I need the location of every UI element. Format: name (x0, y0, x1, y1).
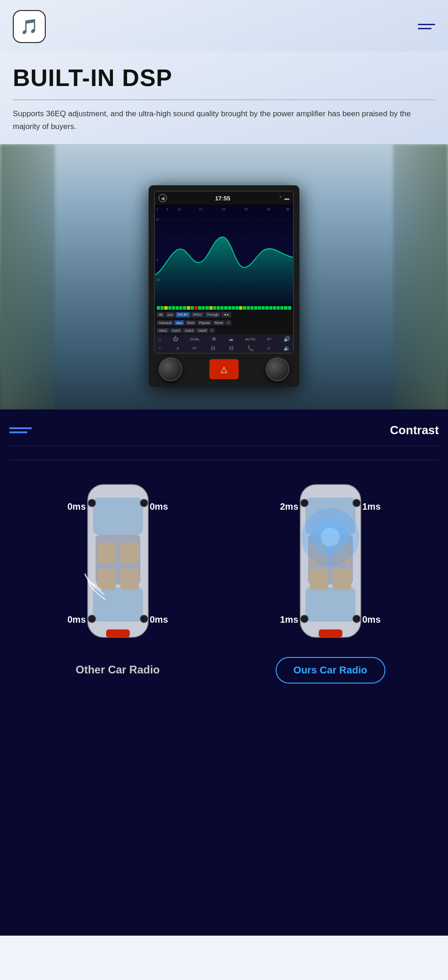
arrow-nav-icon[interactable]: ↩ (267, 336, 272, 342)
svg-rect-25 (120, 543, 139, 564)
auto-label: AUTO (245, 337, 255, 341)
radio-screen: ◀ 17:55 ⌃ ▬ (154, 191, 294, 354)
eq-bar (251, 306, 254, 310)
back-nav-icon[interactable]: ← (158, 345, 163, 351)
hazard-button[interactable]: △ (209, 359, 239, 379)
audio-logo-icon: 🎵 (20, 18, 38, 35)
eq-bar (194, 306, 197, 310)
eq-bar (243, 306, 246, 310)
hamburger-menu-button[interactable] (418, 24, 435, 29)
eq-bar (247, 306, 250, 310)
contrast-line-1 (9, 427, 32, 429)
popular-button[interactable]: Popular (197, 320, 212, 325)
chevron-up-icon: ⌃ (278, 195, 283, 201)
eq-bar (164, 306, 167, 310)
eq-adjust-icon[interactable]: ⊟ (211, 345, 215, 351)
svg-rect-32 (106, 630, 130, 637)
svg-text:20: 20 (156, 218, 159, 221)
right-knob[interactable] (266, 357, 289, 381)
ours-car-label-button[interactable]: Ours Car Radio (276, 657, 385, 684)
eq-bar (239, 306, 242, 310)
effects-row-1: dts uuu DOLBY SRS⊙ Through ◄► (155, 311, 293, 319)
eq-bar (209, 306, 213, 310)
svg-rect-26 (97, 569, 115, 590)
eq-bar (187, 306, 190, 310)
eq-bar (235, 306, 239, 310)
svg-rect-35 (305, 587, 355, 622)
eq-bar (288, 306, 291, 310)
classical-button[interactable]: Classical (157, 320, 173, 325)
fan-nav-icon[interactable]: ☁ (228, 336, 234, 342)
srs-button[interactable]: SRS⊙ (191, 312, 204, 318)
dolby-button[interactable]: DOLBY (176, 312, 190, 318)
presets-row: Classical Jazz Rock Popular Reset + (155, 319, 293, 327)
eq-bar (258, 306, 261, 310)
jazz-button[interactable]: Jazz (174, 320, 184, 325)
ours-car-topview: 2ms 1ms 1ms 0ms (280, 474, 381, 648)
svg-text:5: 5 (166, 207, 168, 211)
svg-text:0: 0 (157, 258, 159, 261)
dts-button[interactable]: dts (157, 312, 165, 318)
eq-bar (191, 306, 194, 310)
screen-time: 17:55 (215, 195, 230, 202)
eq-bar (277, 306, 280, 310)
comparison-section: Contrast 0ms 0ms 0ms 0ms (0, 409, 448, 936)
phone-nav-icon[interactable]: 📞 (247, 345, 254, 351)
user3-button[interactable]: User3 (183, 328, 195, 333)
svg-text:30: 30 (267, 207, 271, 211)
ac-nav-icon[interactable]: ❄ (212, 336, 216, 342)
eq-bars-top-row (157, 306, 291, 310)
svg-text:1: 1 (156, 207, 158, 211)
eq-bars-area (155, 305, 293, 311)
home-nav-icon[interactable]: ⌂ (158, 336, 161, 342)
reset-button[interactable]: Reset (213, 320, 225, 325)
svg-text:25: 25 (244, 207, 248, 211)
eq-adjust2-icon[interactable]: ⊟ (229, 345, 234, 351)
svg-point-48 (320, 528, 339, 547)
eq-bar (228, 306, 231, 310)
eq-bar (265, 306, 268, 310)
svg-point-42 (352, 500, 360, 507)
enter-nav-icon[interactable]: ↵ (192, 345, 197, 351)
add-user-button[interactable]: + (209, 328, 215, 333)
volume-up-icon[interactable]: 🔊 (283, 336, 290, 342)
plus-button[interactable]: + (226, 320, 231, 325)
contrast-label: Contrast (390, 423, 439, 437)
eq-bar (220, 306, 224, 310)
power-nav-icon[interactable]: ⏻ (173, 336, 178, 342)
comparison-divider (9, 460, 439, 460)
svg-point-31 (140, 615, 147, 623)
svg-rect-21 (93, 498, 143, 535)
volume-down-icon[interactable]: 🔉 (283, 345, 290, 351)
ours-car-svg (280, 474, 381, 648)
uuu-button[interactable]: uuu (165, 312, 175, 318)
other-car-svg (68, 474, 168, 648)
eq-bar (160, 306, 164, 310)
contrast-lines-icon (9, 427, 32, 433)
title-divider (13, 99, 435, 100)
screen-icons: ⌃ ▬ (278, 195, 289, 201)
eq-bar (232, 306, 235, 310)
eq-bar (217, 306, 220, 310)
user5-button[interactable]: User5 (196, 328, 208, 333)
svg-point-44 (352, 615, 360, 623)
svg-rect-24 (97, 543, 115, 564)
eq-bar (213, 306, 216, 310)
left-knob[interactable] (159, 357, 182, 381)
eq-bar (168, 306, 171, 310)
channel-button[interactable]: ◄► (221, 312, 231, 318)
rock-button[interactable]: Rock (185, 320, 196, 325)
screen-topbar: ◀ 17:55 ⌃ ▬ (155, 192, 293, 205)
svg-point-29 (140, 500, 147, 507)
zero2-label: 0 (268, 346, 270, 350)
user1-button[interactable]: User1 (157, 328, 169, 333)
other-car-container: 0ms 0ms 0ms 0ms (22, 474, 214, 683)
minimize-icon: ▬ (284, 195, 289, 201)
title-section: BUILT-IN DSP Supports 36EQ adjustment, a… (0, 51, 448, 144)
through-button[interactable]: Through (205, 312, 220, 318)
user2-button[interactable]: User2 (170, 328, 182, 333)
bottom-nav-2: ← 0 ↵ ⊟ ⊟ 📞 0 🔉 (155, 344, 293, 353)
eq-bar (205, 306, 208, 310)
back-button[interactable]: ◀ (159, 194, 167, 202)
svg-text:36: 36 (286, 207, 289, 211)
